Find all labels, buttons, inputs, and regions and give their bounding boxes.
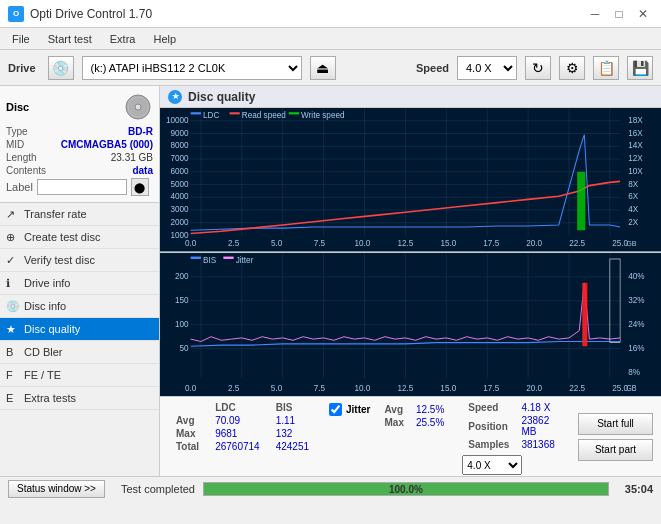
svg-text:12.5: 12.5 [397,238,413,248]
sidebar-item-extra-tests[interactable]: E Extra tests [0,387,159,410]
settings-button1[interactable]: ⚙ [559,56,585,80]
svg-text:12X: 12X [628,153,643,163]
svg-text:150: 150 [175,294,189,305]
sidebar-item-disc-quality[interactable]: ★ Disc quality [0,318,159,341]
svg-text:4X: 4X [628,204,638,214]
settings-button2[interactable]: 📋 [593,56,619,80]
stats-ldc-avg: 70.09 [207,414,268,427]
stats-ldc-max: 9681 [207,427,268,440]
disc-mid-value: CMCMAGBA5 (000) [61,139,153,150]
disc-label-input[interactable] [37,179,127,195]
eject-button[interactable]: ⏏ [310,56,336,80]
position-value: 23862 MB [515,414,566,438]
main-layout: Disc Type BD-R MID CMCMAGBA5 (000) Lengt… [0,86,661,476]
drive-icon-button[interactable]: 💿 [48,56,74,80]
svg-text:2.5: 2.5 [228,381,239,392]
speed-select[interactable]: 4.0 X [457,56,517,80]
maximize-button[interactable]: □ [609,4,629,24]
nav-label-cd-bler: CD Bler [24,346,63,358]
start-full-button[interactable]: Start full [578,413,653,435]
svg-rect-60 [289,112,299,114]
svg-text:5.0: 5.0 [271,381,282,392]
disc-type-value: BD-R [128,126,153,137]
menu-file[interactable]: File [4,31,38,47]
progress-bar-container: 100.0% [203,482,609,496]
svg-text:Read speed: Read speed [242,109,286,119]
titlebar-left: O Opti Drive Control 1.70 [8,6,152,22]
sidebar-item-transfer-rate[interactable]: ↗ Transfer rate [0,203,159,226]
status-time: 35:04 [625,483,653,495]
nav-label-drive-info: Drive info [24,277,70,289]
svg-text:GB: GB [626,382,636,392]
start-part-button[interactable]: Start part [578,439,653,461]
status-window-button[interactable]: Status window >> [8,480,105,498]
disc-length-row: Length 23.31 GB [6,152,153,163]
sidebar-item-drive-info[interactable]: ℹ Drive info [0,272,159,295]
close-button[interactable]: ✕ [633,4,653,24]
nav-label-disc-quality: Disc quality [24,323,80,335]
svg-text:24%: 24% [628,318,644,329]
minimize-button[interactable]: ─ [585,4,605,24]
jitter-checkbox[interactable] [329,403,342,416]
svg-text:8%: 8% [628,366,640,377]
svg-text:5.0: 5.0 [271,238,283,248]
disc-mid-label: MID [6,139,24,150]
svg-rect-103 [223,256,233,258]
svg-text:LDC: LDC [203,109,219,119]
statusbar: Status window >> Test completed 100.0% 3… [0,476,661,500]
position-label: Position [462,414,515,438]
stats-avg-label: Avg [168,414,207,427]
stats-speed-select[interactable]: 4.0 X [462,455,522,475]
svg-text:BIS: BIS [203,253,216,264]
stats-bis-header: BIS [268,401,317,414]
disc-panel-header: Disc [6,92,153,122]
svg-text:22.5: 22.5 [569,238,585,248]
menu-extra[interactable]: Extra [102,31,144,47]
svg-text:17.5: 17.5 [483,381,499,392]
svg-rect-101 [191,256,201,258]
svg-text:16%: 16% [628,342,644,353]
sidebar-item-create-test-disc[interactable]: ⊕ Create test disc [0,226,159,249]
titlebar: O Opti Drive Control 1.70 ─ □ ✕ [0,0,661,28]
app-icon: O [8,6,24,22]
status-text: Test completed [121,483,195,495]
disc-quality-header: ★ Disc quality [160,86,661,108]
disc-label-label: Label [6,181,33,193]
svg-rect-55 [577,172,585,230]
sidebar-item-fe-te[interactable]: F FE / TE [0,364,159,387]
menu-start-test[interactable]: Start test [40,31,100,47]
stats-empty-header [168,401,207,414]
disc-label-button[interactable]: ⬤ [131,178,149,196]
svg-text:10.0: 10.0 [354,238,370,248]
menu-help[interactable]: Help [145,31,184,47]
stats-max-label: Max [168,427,207,440]
jitter-avg-value: 12.5% [410,403,450,416]
svg-text:2000: 2000 [170,217,189,227]
stats-total-label: Total [168,440,207,453]
jitter-section: Jitter Avg 12.5% Max 25.5% [329,401,450,472]
disc-mid-row: MID CMCMAGBA5 (000) [6,139,153,150]
create-test-disc-icon: ⊕ [6,231,15,244]
jitter-values: Avg 12.5% Max 25.5% [378,403,450,429]
refresh-button[interactable]: ↻ [525,56,551,80]
stats-bis-avg: 1.11 [268,414,317,427]
svg-text:40%: 40% [628,270,644,281]
sidebar-item-disc-info[interactable]: 💿 Disc info [0,295,159,318]
svg-text:17.5: 17.5 [483,238,499,248]
disc-length-value: 23.31 GB [111,152,153,163]
speed-label: Speed [416,62,449,74]
sidebar-item-cd-bler[interactable]: B CD Bler [0,341,159,364]
svg-text:16X: 16X [628,127,643,137]
bottom-chart: 200 150 100 50 40% 32% 24% 16% 8% 0.0 2.… [160,253,661,397]
jitter-max-label: Max [378,416,409,429]
nav-label-disc-info: Disc info [24,300,66,312]
save-button[interactable]: 💾 [627,56,653,80]
content-area: ★ Disc quality [160,86,661,476]
titlebar-controls: ─ □ ✕ [585,4,653,24]
samples-value: 381368 [515,438,566,451]
svg-text:18X: 18X [628,115,643,125]
svg-point-1 [135,104,141,110]
svg-text:10000: 10000 [166,115,189,125]
drive-select[interactable]: (k:) ATAPI iHBS112 2 CL0K [82,56,302,80]
sidebar-item-verify-test-disc[interactable]: ✓ Verify test disc [0,249,159,272]
